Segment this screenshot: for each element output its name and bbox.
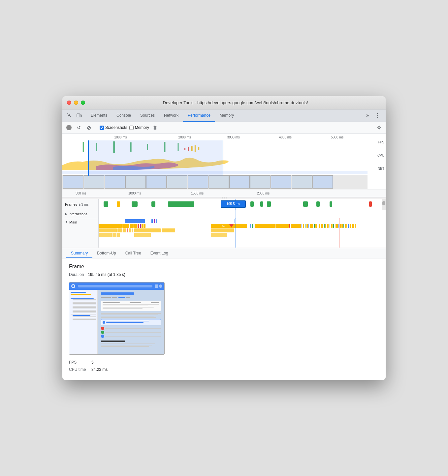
svg-rect-10 xyxy=(177,143,178,151)
tab-summary[interactable]: Summary xyxy=(66,248,92,258)
svg-rect-26 xyxy=(250,224,251,228)
svg-rect-67 xyxy=(127,228,128,232)
traffic-lights xyxy=(67,101,85,105)
svg-rect-55 xyxy=(343,224,344,228)
bottom-tabs: Summary Bottom-Up Call Tree Event Log xyxy=(62,248,386,258)
frames-track: 195.5 ms xyxy=(99,199,386,210)
main-row-4 xyxy=(99,233,386,237)
interactions-arrow: ▶ xyxy=(65,212,67,216)
main-block-blue-5 xyxy=(235,219,235,223)
svg-rect-22 xyxy=(142,224,143,228)
delete-button[interactable]: 🗑 xyxy=(151,124,159,132)
interactions-row: ▶ Interactions xyxy=(62,210,386,218)
time-label-2000: 2000 ms xyxy=(178,135,191,139)
time-label-5000: 5000 ms xyxy=(331,135,343,139)
window-title: Developer Tools - https://developers.goo… xyxy=(90,100,381,105)
s17 xyxy=(73,318,96,318)
cpu-stats-row: CPU time 84.23 ms xyxy=(69,367,379,372)
tabs-more-button[interactable]: ⋮ xyxy=(372,112,383,119)
svg-rect-7 xyxy=(130,142,132,152)
main-row-2: P... xyxy=(99,223,386,228)
screenshots-checkbox[interactable]: Screenshots xyxy=(100,125,127,130)
s6 xyxy=(73,303,96,304)
time-label-3000: 3000 ms xyxy=(227,135,240,139)
minimize-button[interactable] xyxy=(74,101,78,105)
s2 xyxy=(71,298,94,299)
vertical-scrollbar[interactable] xyxy=(382,199,386,210)
svg-rect-74 xyxy=(99,233,112,237)
timeline-overview[interactable]: 1000 ms 2000 ms 3000 ms 4000 ms 5000 ms … xyxy=(62,134,386,190)
inspect-element-icon[interactable] xyxy=(65,111,74,120)
main-track: P... xyxy=(99,218,386,248)
bottom-content: Frame Duration 195.45 ms (at 1.35 s) xyxy=(62,258,386,377)
main-row-1 xyxy=(99,219,386,223)
svg-rect-54 xyxy=(341,224,343,228)
tab-bar: Elements Console Sources Network Perform… xyxy=(62,109,386,122)
svg-rect-72 xyxy=(211,228,234,232)
b1 xyxy=(101,343,155,344)
memory-checkbox-input[interactable] xyxy=(129,126,134,130)
svg-rect-11 xyxy=(191,146,193,151)
b2 xyxy=(101,345,152,345)
svg-rect-50 xyxy=(335,224,336,228)
p1 xyxy=(101,313,161,314)
time-label-1000: 1000 ms xyxy=(114,135,127,139)
badge-row-2 xyxy=(101,331,161,334)
menu-icon xyxy=(155,284,158,288)
clear-button[interactable]: ⊘ xyxy=(85,124,93,132)
frame-block-5 xyxy=(168,201,194,207)
svg-rect-2 xyxy=(80,115,81,117)
s7 xyxy=(73,305,96,305)
svg-line-0 xyxy=(70,116,71,117)
tab-performance[interactable]: Performance xyxy=(183,109,215,122)
badge-green xyxy=(101,331,104,334)
ruler-1000: 1000 ms xyxy=(128,192,141,195)
svg-rect-37 xyxy=(308,224,309,228)
tabs-overflow-button[interactable]: » xyxy=(364,112,372,118)
svg-rect-64 xyxy=(99,228,117,232)
svg-rect-45 xyxy=(325,224,326,228)
tab-call-tree[interactable]: Call Tree xyxy=(121,248,146,258)
duration-label: Duration xyxy=(69,272,84,277)
tab-console[interactable]: Console xyxy=(112,109,136,122)
close-button[interactable] xyxy=(67,101,71,105)
svg-rect-24 xyxy=(211,224,247,228)
tab-elements[interactable]: Elements xyxy=(86,109,112,122)
reload-button[interactable]: ↺ xyxy=(75,124,83,132)
i5 xyxy=(103,306,148,306)
tab-event-log[interactable]: Event Log xyxy=(146,248,173,258)
main-label: ▼ Main xyxy=(62,218,99,248)
memory-checkbox[interactable]: Memory xyxy=(129,125,149,130)
device-toggle-icon[interactable] xyxy=(75,111,83,120)
ruler-1500: 1500 ms xyxy=(191,192,204,195)
stats-row: FPS 5 xyxy=(69,360,379,365)
info-alert xyxy=(101,319,161,325)
s9 xyxy=(73,307,96,308)
tab-icons xyxy=(65,111,83,120)
badge-row-1 xyxy=(101,327,161,330)
duration-row: Duration 195.45 ms (at 1.35 s) xyxy=(69,272,379,277)
scrollbar-thumb[interactable] xyxy=(382,201,385,205)
svg-rect-58 xyxy=(348,224,349,228)
frame-selected[interactable]: 195.5 ms xyxy=(221,200,246,208)
svg-rect-35 xyxy=(305,224,305,228)
badge-line-1 xyxy=(105,328,161,329)
settings-button[interactable] xyxy=(375,124,383,132)
tab-network[interactable]: Network xyxy=(159,109,183,122)
badges-area xyxy=(101,327,161,338)
svg-rect-47 xyxy=(330,224,330,228)
devtools-container: Elements Console Sources Network Perform… xyxy=(62,109,386,380)
tab-sources[interactable]: Sources xyxy=(136,109,159,122)
i3 xyxy=(151,302,159,303)
tab-memory[interactable]: Memory xyxy=(215,109,239,122)
maximize-button[interactable] xyxy=(81,101,85,105)
page-main-content xyxy=(98,290,164,354)
page-content xyxy=(69,290,164,354)
frame-block-4 xyxy=(151,201,155,207)
record-button[interactable] xyxy=(66,125,72,130)
main-row4-svg xyxy=(99,233,386,237)
tab-bottom-up[interactable]: Bottom-Up xyxy=(92,248,120,258)
fps-side-label: FPS xyxy=(369,140,386,154)
screenshots-checkbox-input[interactable] xyxy=(100,126,104,130)
fps-chart xyxy=(62,140,368,154)
